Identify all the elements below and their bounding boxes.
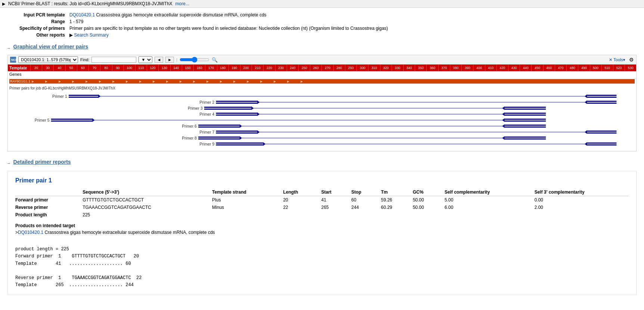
- separator: |: [176, 57, 177, 62]
- product-accession-link[interactable]: DQ010420.1: [18, 230, 43, 235]
- nav-forward-button[interactable]: ►: [165, 57, 174, 63]
- ruler-mark: 140: [170, 65, 182, 71]
- ruler-mark: 520: [613, 65, 625, 71]
- sequence-viewer: Template 2030405060708090100110120130140…: [8, 65, 636, 151]
- detailed-section: − Detailed primer reports Primer pair 1 …: [7, 159, 637, 295]
- fwd-arrowhead: [240, 124, 242, 128]
- fwd-stop: 60: [348, 196, 377, 204]
- header-bar: ▶ NCBI/ Primer-BLAST : results: Job id=d…: [0, 0, 644, 8]
- primer-label: Primer 8: [182, 136, 197, 140]
- rev-arrow-bottom: [587, 97, 617, 98]
- ruler-mark: 60: [77, 65, 88, 71]
- detailed-section-title[interactable]: Detailed primer reports: [13, 159, 71, 165]
- input-pcr-accession-link[interactable]: DQ010420.1: [69, 12, 95, 18]
- rev-arrow-top: [587, 95, 617, 96]
- ruler-marks: 2030405060708090100110120130140150160170…: [30, 65, 636, 71]
- genes-section: Genes: [8, 71, 636, 78]
- ruler-mark: 40: [53, 65, 65, 71]
- fwd-arrowhead: [263, 142, 265, 146]
- zoom-slider[interactable]: [180, 57, 209, 63]
- primer-label: Primer 3: [188, 106, 203, 110]
- rev-arrowhead: [585, 142, 587, 146]
- specificity-value: Primer pairs are specific to input templ…: [67, 25, 390, 32]
- search-summary-link[interactable]: Search Summary: [74, 32, 109, 38]
- ruler-mark: 110: [135, 65, 147, 71]
- rev-arrow-bottom: [505, 126, 546, 128]
- fwd-arrow-bottom: [51, 120, 92, 122]
- find-input[interactable]: [91, 57, 136, 63]
- primer-label: Primer 2: [200, 100, 215, 104]
- fwd-arrow-bottom: [216, 115, 257, 116]
- products-section: Products on intended target >DQ010420.1 …: [15, 223, 629, 289]
- primer-label: Primer 1: [52, 94, 67, 98]
- specificity-label: Specificity of primers: [7, 25, 67, 32]
- ruler-mark: 350: [415, 65, 426, 71]
- ruler-mark: 260: [310, 65, 321, 71]
- primer-canvas: Primer 1Primer 2Primer 3Primer 4Primer 5…: [8, 90, 636, 150]
- rev-arrow-bottom: [505, 115, 546, 116]
- ruler-mark: 190: [228, 65, 240, 71]
- fwd-arrowhead: [92, 118, 94, 122]
- fwd-arrow-bottom: [69, 97, 98, 98]
- other-reports-label: Other reports: [7, 32, 67, 38]
- graphical-section-title[interactable]: Graphical view of primer pairs: [13, 44, 88, 50]
- product-length-value: 225: [79, 211, 208, 219]
- fwd-label: Forward primer: [15, 196, 79, 204]
- products-title: Products on intended target: [15, 223, 629, 228]
- ruler-mark: 70: [88, 65, 100, 71]
- detailed-toggle[interactable]: −: [7, 161, 10, 166]
- genes-label: Genes: [9, 72, 21, 76]
- graphical-toggle[interactable]: −: [7, 46, 10, 51]
- ruler-mark: 90: [112, 65, 124, 71]
- fwd-arrow-top: [204, 107, 251, 108]
- ruler-mark: 130: [158, 65, 170, 71]
- rev-arrow-top: [505, 113, 546, 114]
- primer-pair-1-title: Primer pair 1: [15, 177, 629, 184]
- forward-primer-row: Forward primer GTTTTGTGTCTGCCACTGCT Plus…: [15, 196, 629, 204]
- fwd-self-3-comp: 0.00: [531, 196, 629, 204]
- fwd-arrow-top: [216, 113, 257, 114]
- rev-arrowhead: [585, 130, 587, 134]
- ruler-mark: 390: [461, 65, 473, 71]
- rev-sequence: TGAAACCGGTCAGATGGAACTC: [79, 204, 208, 211]
- ruler-mark: 340: [403, 65, 415, 71]
- ruler-mark: 120: [147, 65, 158, 71]
- ruler-mark: 240: [287, 65, 298, 71]
- col-header-start: Start: [317, 188, 348, 196]
- graphical-section: − Graphical view of primer pairs NCBI DQ…: [7, 44, 637, 151]
- ruler-mark: 220: [263, 65, 275, 71]
- settings-icon[interactable]: ⚙: [629, 57, 634, 63]
- rev-arrowhead: [585, 100, 587, 104]
- primer-label: Primer 7: [200, 130, 215, 134]
- col-header-stop: Stop: [348, 188, 377, 196]
- find-options[interactable]: ▼: [139, 56, 152, 63]
- primer-label: Primer 6: [182, 124, 197, 128]
- fwd-arrowhead: [98, 94, 100, 98]
- info-table: Input PCR template DQ010420.1 Crassostre…: [7, 12, 390, 38]
- primer-label: Primer 5: [35, 118, 50, 122]
- ruler-mark: 310: [368, 65, 380, 71]
- ruler-mark: 370: [438, 65, 450, 71]
- fwd-strand: Plus: [208, 196, 279, 204]
- ruler-mark: 400: [473, 65, 485, 71]
- ruler-mark: 430: [508, 65, 520, 71]
- rev-strand: Minus: [208, 204, 279, 211]
- ruler-mark: 450: [531, 65, 543, 71]
- product-desc: Crassostrea gigas hemocyte extracellular…: [44, 230, 215, 235]
- more-link[interactable]: more...: [175, 1, 189, 6]
- ruler-mark: 360: [426, 65, 438, 71]
- sequence-selector[interactable]: DQ010420.1: 1..579 (579bp): [18, 56, 78, 63]
- fwd-arrow-top: [216, 131, 257, 132]
- ruler-mark: 270: [321, 65, 333, 71]
- fwd-arrowhead: [257, 100, 259, 104]
- primers-label-text: Primer pairs for job dG-KLbcnHgMhMSU9RBM…: [9, 86, 115, 90]
- fwd-arrow-bottom: [198, 126, 239, 128]
- ruler-mark: 30: [42, 65, 53, 71]
- input-pcr-desc: Crassostrea gigas hemocyte extracellular…: [96, 12, 266, 18]
- ruler-mark: 280: [333, 65, 345, 71]
- rev-arrowhead: [502, 124, 504, 128]
- tools-button[interactable]: ✕ Tools▾: [609, 57, 625, 62]
- ruler-row: Template 2030405060708090100110120130140…: [8, 65, 636, 71]
- nav-back-button[interactable]: ◄: [155, 57, 163, 63]
- primer-pair-1-box: Primer pair 1 Sequence (5'->3') Template…: [7, 171, 637, 295]
